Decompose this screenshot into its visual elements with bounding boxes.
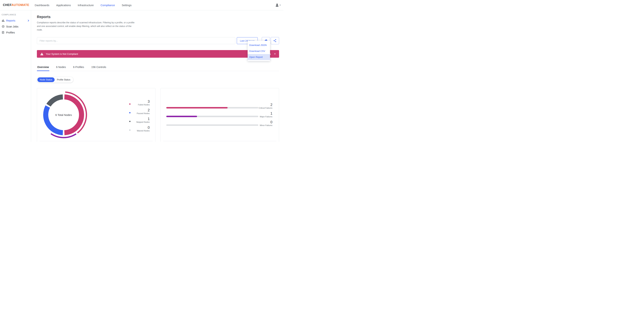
person-icon: [275, 3, 279, 7]
failed-count: 3: [133, 100, 150, 104]
major-bar-row: [166, 116, 258, 124]
sidebar-item-label: Reports: [6, 19, 15, 22]
warning-triangle-icon: [40, 52, 44, 56]
chef-automate-logo[interactable]: CHEFAUTOMATE: [3, 3, 29, 7]
skipped-count: 1: [133, 117, 150, 121]
nav-infrastructure[interactable]: Infrastructure: [78, 4, 94, 7]
tab-profiles[interactable]: 6 Profiles: [73, 64, 84, 71]
page-title: Reports: [37, 15, 279, 19]
toggle-profile-status[interactable]: Profile Status: [54, 78, 73, 82]
minor-entry: 0 Minor Failures: [259, 120, 272, 129]
minor-bar-row: [166, 124, 258, 133]
status-toggle: Node Status Profile Status: [37, 77, 73, 82]
major-bar-track: [166, 116, 258, 117]
critical-bar-track: [166, 107, 258, 108]
tab-controls[interactable]: 156 Controls: [91, 64, 106, 71]
major-label: Major Failures: [259, 115, 272, 118]
share-report-button[interactable]: [271, 37, 279, 44]
logo-automate: AUTOMATE: [12, 3, 29, 7]
waived-label: Waived Nodes: [133, 130, 150, 132]
radar-icon: [2, 25, 4, 28]
sidebar-section-label: COMPLIANCE: [0, 14, 31, 16]
passed-count: 2: [133, 108, 150, 112]
plus-icon[interactable]: +: [274, 52, 276, 56]
download-menu: Download JSON Download CSV Open Report: [248, 41, 270, 61]
compliance-sidebar: COMPLIANCE Reports Scan Jobs Profiles: [0, 10, 31, 142]
node-status-legend: 3 Failed Nodes 2 Passed Nodes: [129, 97, 150, 132]
top-navbar: CHEFAUTOMATE Dashboards Applications Inf…: [0, 0, 284, 10]
node-status-card: 6 Total Nodes 3 Failed Nodes 2: [37, 88, 156, 142]
skipped-dot-icon: [129, 121, 130, 122]
severity-legend: 2 Critical Failures 1 Major Failures 0 M…: [259, 103, 272, 129]
chevron-right-icon: [28, 20, 29, 22]
critical-entry: 2 Critical Failures: [259, 103, 272, 111]
top-nav-items: Dashboards Applications Infrastructure C…: [35, 4, 132, 7]
share-icon: [273, 39, 276, 42]
sidebar-item-label: Profiles: [6, 31, 15, 34]
nav-compliance[interactable]: Compliance: [100, 4, 115, 7]
filter-reports-input[interactable]: [37, 37, 235, 44]
logo-chef: CHEF: [3, 3, 12, 7]
reports-main-panel: Reports Compliance reports describe the …: [31, 10, 284, 142]
profiles-icon: [2, 31, 4, 34]
nav-dashboards[interactable]: Dashboards: [35, 4, 49, 7]
legend-passed-nodes: 2 Passed Nodes: [129, 106, 150, 115]
failed-label: Failed Nodes: [133, 104, 150, 106]
skipped-label: Skipped Nodes: [133, 121, 150, 123]
sidebar-item-profiles[interactable]: Profiles: [0, 30, 31, 36]
legend-waived-nodes: 0 Waived Nodes: [129, 123, 150, 132]
page-description: Compliance reports describe the status o…: [37, 21, 136, 32]
minor-label: Minor Failures: [259, 124, 272, 126]
menu-item-open-report[interactable]: Open Report: [248, 54, 270, 60]
user-menu[interactable]: ▾: [275, 3, 280, 7]
passed-label: Passed Nodes: [133, 112, 150, 115]
banner-message: Your System is Not Compliant: [46, 52, 78, 55]
nav-applications[interactable]: Applications: [56, 4, 71, 7]
waived-dot-icon: [129, 130, 130, 131]
major-entry: 1 Major Failures: [259, 111, 272, 120]
legend-skipped-nodes: 1 Skipped Nodes: [129, 115, 150, 123]
menu-item-download-json[interactable]: Download JSON: [248, 42, 270, 48]
toggle-node-status[interactable]: Node Status: [38, 78, 54, 82]
legend-failed-nodes: 3 Failed Nodes: [129, 97, 150, 106]
report-tabs: Overview 6 Nodes 6 Profiles 156 Controls: [37, 64, 279, 71]
not-compliant-banner: Your System is Not Compliant ta +: [37, 50, 279, 58]
bar-chart-icon: [2, 19, 4, 22]
critical-label: Critical Failures: [259, 107, 272, 109]
severity-bar-chart: [166, 107, 258, 133]
chevron-down-icon: ▾: [280, 4, 280, 6]
node-status-caption: Node Status: [40, 141, 153, 142]
critical-bar-fill: [166, 107, 228, 108]
severity-card: 2 Critical Failures 1 Major Failures 0 M…: [160, 88, 279, 142]
major-count: 1: [259, 111, 272, 115]
sidebar-item-reports[interactable]: Reports: [0, 18, 31, 24]
waived-count: 0: [133, 126, 150, 130]
severity-caption: Severity of Node Failures: [163, 141, 276, 142]
passed-dot-icon: [129, 112, 130, 113]
tab-overview[interactable]: Overview: [37, 64, 49, 71]
failed-dot-icon: [129, 104, 130, 105]
major-bar-fill: [166, 116, 197, 117]
minor-count: 0: [259, 120, 272, 124]
tab-nodes[interactable]: 6 Nodes: [56, 64, 66, 71]
nav-settings[interactable]: Settings: [122, 4, 132, 7]
critical-count: 2: [259, 103, 272, 107]
sidebar-item-label: Scan Jobs: [6, 25, 18, 28]
node-status-donut-chart: 6 Total Nodes: [39, 90, 88, 139]
menu-item-download-csv[interactable]: Download CSV: [248, 48, 270, 54]
donut-chart-svg: [39, 90, 88, 139]
critical-bar-row: [166, 107, 258, 116]
sidebar-item-scan-jobs[interactable]: Scan Jobs: [0, 24, 31, 30]
minor-bar-track: [166, 124, 258, 126]
filter-toolbar: Last 24 hours: [37, 37, 279, 44]
